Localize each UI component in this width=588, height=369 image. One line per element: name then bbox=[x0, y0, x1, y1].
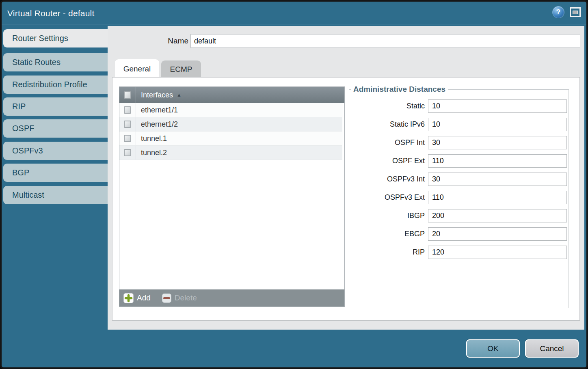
interfaces-table: Interfaces ▲ ethernet1/1 ethernet1/2 bbox=[119, 86, 345, 307]
interface-name: tunnel.1 bbox=[136, 134, 167, 143]
admin-distance-row: OSPFv3 Ext bbox=[349, 191, 567, 204]
static-ipv6-input[interactable] bbox=[428, 118, 567, 131]
ibgp-label: IBGP bbox=[407, 211, 425, 220]
ospfv3-int-label: OSPFv3 Int bbox=[387, 175, 425, 183]
help-icon[interactable]: ? bbox=[553, 6, 564, 18]
ospfv3-ext-input[interactable] bbox=[428, 191, 567, 204]
minus-icon bbox=[162, 293, 171, 303]
restore-window-icon-inner bbox=[573, 11, 578, 14]
ospf-ext-label: OSPF Ext bbox=[392, 157, 425, 165]
sidebar-item-router-settings[interactable]: Router Settings bbox=[3, 29, 108, 47]
static-input[interactable] bbox=[428, 99, 567, 113]
interface-name: tunnel.2 bbox=[136, 149, 167, 157]
content-area: Name General ECMP Interfaces ▲ bbox=[108, 26, 584, 330]
delete-button-label: Delete bbox=[175, 293, 197, 302]
ok-button[interactable]: OK bbox=[466, 339, 520, 358]
sidebar-item-multicast[interactable]: Multicast bbox=[3, 186, 108, 204]
sidebar-item-bgp[interactable]: BGP bbox=[3, 164, 108, 182]
dialog-title: Virtual Router - default bbox=[7, 2, 95, 24]
admin-distance-row: OSPF Int bbox=[349, 136, 567, 149]
static-label: Static bbox=[406, 102, 425, 110]
ospf-int-input[interactable] bbox=[428, 136, 567, 149]
sidebar-item-ospf[interactable]: OSPF bbox=[3, 119, 108, 138]
table-row[interactable]: ethernet1/2 bbox=[119, 117, 342, 132]
delete-button[interactable]: Delete bbox=[162, 293, 197, 303]
cancel-button[interactable]: Cancel bbox=[525, 339, 579, 358]
general-tab-panel: Interfaces ▲ ethernet1/1 ethernet1/2 bbox=[112, 77, 580, 321]
table-row[interactable]: tunnel.1 bbox=[119, 132, 342, 146]
admin-distance-row: OSPF Ext bbox=[349, 154, 567, 168]
rip-input[interactable] bbox=[428, 246, 567, 259]
ospf-int-label: OSPF Int bbox=[395, 138, 425, 147]
admin-distance-row: Static bbox=[349, 99, 567, 113]
virtual-router-dialog: Virtual Router - default ? Router Settin… bbox=[0, 0, 588, 369]
ospf-ext-input[interactable] bbox=[428, 154, 567, 168]
row-checkbox[interactable] bbox=[124, 149, 131, 156]
table-row[interactable]: tunnel.2 bbox=[119, 146, 342, 160]
select-all-checkbox[interactable] bbox=[124, 91, 131, 99]
sidebar-item-redistribution-profile[interactable]: Redistribution Profile bbox=[3, 76, 108, 94]
row-checkbox[interactable] bbox=[124, 135, 131, 142]
interface-name: ethernet1/1 bbox=[136, 106, 178, 114]
sidebar-item-rip[interactable]: RIP bbox=[3, 97, 108, 116]
interfaces-table-header: Interfaces ▲ bbox=[119, 87, 344, 103]
admin-distance-row: EBGP bbox=[349, 227, 567, 241]
restore-window-icon[interactable] bbox=[570, 7, 581, 17]
admin-distance-row: IBGP bbox=[349, 209, 567, 222]
admin-distance-row: RIP bbox=[349, 246, 567, 259]
table-row[interactable]: ethernet1/1 bbox=[119, 103, 342, 117]
static-ipv6-label: Static IPv6 bbox=[390, 120, 425, 129]
ospfv3-ext-label: OSPFv3 Ext bbox=[385, 193, 425, 202]
admin-distance-row: OSPFv3 Int bbox=[349, 173, 567, 186]
add-button[interactable]: Add bbox=[123, 293, 151, 303]
interface-name: ethernet1/2 bbox=[136, 120, 178, 129]
administrative-distances-fieldset: Administrative Distances Static Static I… bbox=[349, 85, 569, 308]
sidebar-item-static-routes[interactable]: Static Routes bbox=[3, 53, 108, 71]
name-label: Name bbox=[124, 34, 188, 47]
ebgp-input[interactable] bbox=[428, 227, 567, 241]
ebgp-label: EBGP bbox=[404, 230, 425, 238]
sort-ascending-icon[interactable]: ▲ bbox=[177, 92, 182, 98]
titlebar: Virtual Router - default ? bbox=[2, 2, 586, 24]
admin-distance-row: Static IPv6 bbox=[349, 118, 567, 131]
interfaces-column-header[interactable]: Interfaces bbox=[136, 91, 173, 99]
plus-icon bbox=[123, 293, 134, 303]
ospfv3-int-input[interactable] bbox=[428, 173, 567, 186]
interfaces-rows-area: ethernet1/1 ethernet1/2 tunnel.1 tu bbox=[119, 103, 344, 289]
interfaces-table-toolbar: Add Delete bbox=[119, 289, 344, 306]
sidebar-item-ospfv3[interactable]: OSPFv3 bbox=[3, 142, 108, 160]
row-checkbox[interactable] bbox=[124, 121, 131, 128]
name-input[interactable] bbox=[190, 34, 580, 48]
ibgp-input[interactable] bbox=[428, 209, 567, 222]
administrative-distances-legend: Administrative Distances bbox=[351, 85, 448, 94]
add-button-label: Add bbox=[137, 293, 151, 302]
row-checkbox[interactable] bbox=[124, 106, 131, 114]
rip-label: RIP bbox=[413, 248, 425, 257]
tab-general[interactable]: General bbox=[115, 59, 159, 77]
tab-ecmp[interactable]: ECMP bbox=[161, 60, 201, 77]
